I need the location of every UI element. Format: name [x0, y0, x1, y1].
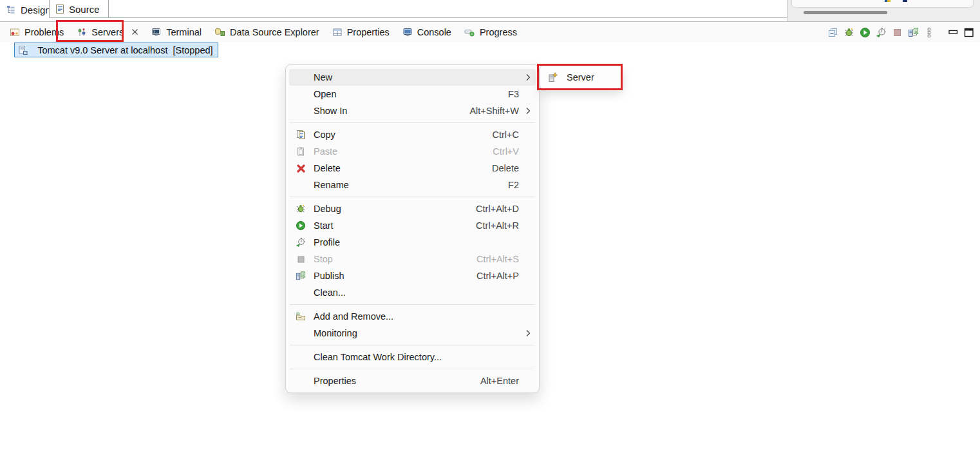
chevron-right-icon: [523, 73, 531, 81]
tab-problems[interactable]: Problems: [3, 22, 70, 42]
menu-item-label: Show In: [314, 106, 347, 116]
view-menu-button[interactable]: [923, 26, 935, 38]
tab-servers-label: Servers: [91, 27, 124, 37]
tab-data-source-explorer-label: Data Source Explorer: [230, 27, 319, 37]
menu-item-stop[interactable]: Stop Ctrl+Alt+S: [289, 251, 536, 267]
menu-item-open[interactable]: Open F3: [289, 86, 536, 102]
menu-item-shortcut: Alt+Shift+W: [469, 106, 519, 116]
menu-item-label: Add and Remove...: [314, 311, 393, 322]
menu-item-label: Rename: [314, 180, 349, 190]
publish-button[interactable]: [907, 26, 919, 38]
stop-icon: [294, 255, 308, 264]
menu-item-label: Delete: [314, 163, 341, 173]
menu-item-show-in[interactable]: Show In Alt+Shift+W: [289, 102, 536, 119]
chevron-right-icon: [523, 107, 531, 115]
overflow-menu-icon: [926, 27, 932, 38]
menu-item-publish[interactable]: Publish Ctrl+Alt+P: [289, 267, 536, 284]
menu-item-profile[interactable]: Profile: [289, 234, 536, 251]
menu-separator: [290, 122, 535, 123]
menu-item-shortcut: Ctrl+Alt+D: [476, 204, 519, 214]
menu-item-shortcut: Ctrl+Alt+R: [476, 220, 519, 231]
secondary-panel-corner: [787, 0, 980, 21]
editor-tab-strip: Design Source: [0, 0, 980, 21]
menu-item-copy[interactable]: Copy Ctrl+C: [289, 126, 536, 143]
menu-item-clean-tomcat-work-directory[interactable]: Clean Tomcat Work Directory...: [289, 349, 536, 365]
menu-item-rename[interactable]: Rename F2: [289, 177, 536, 193]
terminal-icon: [151, 27, 162, 37]
tab-progress-label: Progress: [480, 27, 517, 37]
debug-icon: [294, 204, 308, 214]
view-tab-bar: Problems Servers Terminal Data Source Ex…: [0, 21, 980, 42]
start-server-button[interactable]: [859, 26, 871, 38]
horizontal-scrollbar-thumb[interactable]: [804, 11, 887, 14]
menu-item-label: Monitoring: [314, 328, 357, 338]
menu-item-shortcut: Ctrl+V: [493, 146, 519, 157]
tab-source[interactable]: Source: [49, 0, 109, 18]
maximize-icon: [964, 28, 974, 37]
paste-icon: [294, 146, 308, 157]
server-icon: [18, 24, 33, 76]
menu-item-label: Profile: [314, 237, 340, 247]
menu-item-label: Clean...: [314, 287, 346, 298]
collapse-all-button[interactable]: [827, 26, 838, 38]
new-server-icon: [547, 72, 558, 82]
start-icon: [860, 27, 871, 38]
menu-item-label: Clean Tomcat Work Directory...: [314, 352, 442, 362]
menu-item-shortcut: Delete: [492, 163, 519, 173]
menu-separator: [290, 345, 535, 345]
menu-separator: [290, 197, 535, 197]
context-menu: New Open F3 Show In Alt+Shift+W Copy Ctr…: [285, 64, 540, 393]
publish-icon: [908, 27, 919, 38]
close-icon[interactable]: [131, 28, 138, 35]
menu-item-add-and-remove[interactable]: Add and Remove...: [289, 308, 536, 325]
menu-item-properties[interactable]: Properties Alt+Enter: [289, 373, 536, 389]
debug-icon: [843, 27, 854, 38]
source-document-icon: [55, 4, 64, 14]
stop-icon: [892, 27, 903, 38]
tab-data-source-explorer[interactable]: Data Source Explorer: [208, 22, 326, 42]
tab-servers[interactable]: Servers: [70, 22, 145, 42]
publish-icon: [294, 271, 308, 281]
menu-item-shortcut: F3: [508, 89, 519, 99]
maximize-view-button[interactable]: [963, 26, 975, 38]
tab-progress[interactable]: Progress: [458, 22, 523, 42]
progress-icon: [464, 27, 475, 37]
menu-item-label: Publish: [314, 271, 344, 281]
menu-separator: [290, 304, 535, 305]
tab-terminal-label: Terminal: [166, 27, 202, 37]
menu-separator: [290, 369, 535, 369]
debug-server-button[interactable]: [843, 26, 854, 38]
tab-properties-label: Properties: [347, 27, 390, 37]
tab-terminal[interactable]: Terminal: [145, 22, 208, 42]
menu-item-monitoring[interactable]: Monitoring: [289, 325, 536, 342]
menu-item-label: New: [314, 72, 332, 82]
properties-table-icon: [332, 27, 343, 37]
tab-design[interactable]: Design: [4, 1, 53, 18]
start-icon: [294, 220, 308, 231]
menu-item-shortcut: Ctrl+Alt+S: [476, 254, 519, 264]
add-remove-icon: [294, 311, 308, 322]
servers-icon: [77, 27, 87, 37]
menu-item-paste[interactable]: Paste Ctrl+V: [289, 143, 536, 160]
menu-item-shortcut: F2: [508, 180, 519, 190]
menu-item-start[interactable]: Start Ctrl+Alt+R: [289, 217, 536, 234]
stop-server-button[interactable]: [891, 26, 903, 38]
menu-item-shortcut: Alt+Enter: [480, 376, 519, 386]
minimize-view-button[interactable]: [947, 26, 959, 38]
menu-item-label: Copy: [314, 130, 335, 140]
delete-icon: [294, 164, 308, 173]
menu-item-shortcut: Ctrl+Alt+P: [476, 271, 519, 281]
menu-item-new[interactable]: New: [289, 69, 536, 86]
tab-console[interactable]: Console: [396, 22, 458, 42]
submenu-item-server[interactable]: Server: [542, 68, 620, 86]
menu-item-label: Open: [314, 89, 336, 99]
server-tree-item-tomcat[interactable]: Tomcat v9.0 Server at localhost [Stopped…: [14, 43, 218, 57]
tab-properties[interactable]: Properties: [326, 22, 396, 42]
menu-item-clean[interactable]: Clean...: [289, 284, 536, 301]
new-submenu: Server: [540, 65, 623, 89]
profile-server-button[interactable]: [875, 26, 887, 38]
menu-item-delete[interactable]: Delete Delete: [289, 160, 536, 177]
menu-item-debug[interactable]: Debug Ctrl+Alt+D: [289, 200, 536, 217]
view-toolbar: [827, 22, 975, 43]
design-tree-icon: [6, 5, 16, 15]
